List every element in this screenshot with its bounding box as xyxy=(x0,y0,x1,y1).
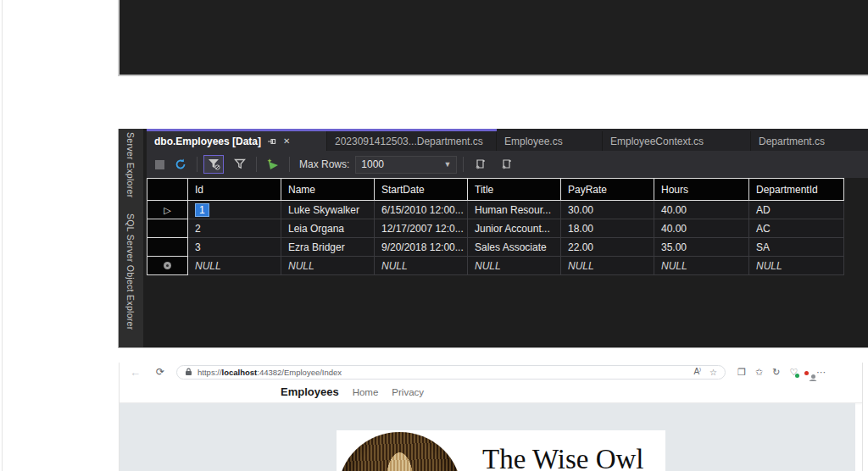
grid-cell[interactable]: NULL xyxy=(188,257,281,275)
red-notification-dot xyxy=(804,371,809,375)
table-row: ▷1Luke Skywalker6/15/2010 12:00...Human … xyxy=(147,201,844,219)
grid-header-row: IdNameStartDateTitlePayRateHoursDepartme… xyxy=(147,179,844,201)
split-screen-icon[interactable]: ❐ xyxy=(737,368,746,377)
vs-tool-sidebar: Server Explorer SQL Server Object Explor… xyxy=(119,129,143,347)
document-tab[interactable]: dbo.Employees [Data]✕ xyxy=(147,131,327,151)
browser-action-icons: ❐ ✩ ↻ ♡ ⋯ xyxy=(737,368,826,377)
reload-icon[interactable]: ⟳ xyxy=(156,368,164,377)
current-row-arrow-icon: ▷ xyxy=(164,205,170,215)
table-row: NULLNULLNULLNULLNULLNULLNULL xyxy=(147,257,844,275)
column-header-id[interactable]: Id xyxy=(188,179,281,201)
column-header-startdate[interactable]: StartDate xyxy=(375,179,468,201)
filter-active-icon[interactable] xyxy=(203,155,224,174)
document-tab[interactable]: 2023091412503...Department.cs xyxy=(327,131,497,151)
script-icon-2[interactable] xyxy=(496,155,516,174)
page-edge-line xyxy=(2,0,3,471)
table-row: 2Leia Organa12/17/2007 12:0...Junior Acc… xyxy=(147,219,844,238)
grid-cell[interactable]: 22.00 xyxy=(561,238,654,257)
content-card: The Wise Owl xyxy=(337,430,665,471)
grid-cell[interactable]: 9/20/2018 12:00... xyxy=(375,238,468,257)
visual-studio-data-window: Server Explorer SQL Server Object Explor… xyxy=(118,129,868,348)
grid-cell[interactable]: Ezra Bridger xyxy=(281,238,375,257)
selected-cell-value: 1 xyxy=(195,203,209,217)
tab-label: dbo.Employees [Data] xyxy=(154,136,261,147)
grid-cell[interactable]: 35.00 xyxy=(654,238,749,257)
favorite-star-icon[interactable]: ☆ xyxy=(709,368,717,377)
script-icon[interactable] xyxy=(470,155,490,174)
document-tab[interactable]: Department.cs xyxy=(751,131,868,151)
grid-cell[interactable]: NULL xyxy=(468,257,561,275)
nav-link-home[interactable]: Home xyxy=(353,387,379,397)
employees-data-grid: IdNameStartDateTitlePayRateHoursDepartme… xyxy=(147,178,844,275)
grid-cell[interactable]: Junior Account... xyxy=(468,219,561,238)
back-icon[interactable]: ← xyxy=(130,368,141,377)
address-bar[interactable]: https://localhost:44382/Employee/Index A… xyxy=(176,365,726,380)
row-selector[interactable] xyxy=(147,238,188,257)
query-results-toolbar: Max Rows: 1000 ▼ xyxy=(147,151,868,178)
grid-cell[interactable]: 12/17/2007 12:0... xyxy=(375,219,468,238)
grid-cell[interactable]: Human Resour... xyxy=(468,201,561,219)
grid-cell[interactable]: 40.00 xyxy=(654,219,749,238)
settings-ellipsis-icon[interactable]: ⋯ xyxy=(816,368,826,377)
grid-cell[interactable]: AD xyxy=(749,201,844,219)
column-header-payrate[interactable]: PayRate xyxy=(561,179,654,201)
close-icon[interactable]: ✕ xyxy=(283,137,290,146)
browser-essentials-icon[interactable]: ♡ xyxy=(789,368,798,377)
new-row-icon xyxy=(164,262,171,269)
sidebar-item-sql-server-object-explorer[interactable]: SQL Server Object Explorer xyxy=(125,213,136,330)
tab-label: 2023091412503...Department.cs xyxy=(335,136,483,147)
stop-icon[interactable] xyxy=(155,160,164,169)
navbar-brand[interactable]: Employees xyxy=(281,385,339,398)
row-selector[interactable]: ▷ xyxy=(147,201,188,219)
grid-cell[interactable]: 6/15/2010 12:00... xyxy=(375,201,468,219)
tab-label: Department.cs xyxy=(759,136,825,147)
url-scheme: https:// xyxy=(198,368,222,377)
history-icon[interactable]: ↻ xyxy=(772,368,780,377)
filter-icon[interactable] xyxy=(230,155,250,174)
browser-toolbar: ← ⟳ https://localhost:44382/Employee/Ind… xyxy=(120,363,862,381)
grid-corner-cell[interactable] xyxy=(147,179,188,201)
sidebar-item-server-explorer[interactable]: Server Explorer xyxy=(125,132,136,197)
document-tab[interactable]: Employee.cs xyxy=(497,131,603,151)
grid-cell[interactable]: 30.00 xyxy=(561,201,654,219)
refresh-icon[interactable] xyxy=(170,155,191,174)
collections-icon[interactable]: ✩ xyxy=(755,368,763,377)
grid-cell[interactable]: SA xyxy=(749,238,844,257)
column-header-name[interactable]: Name xyxy=(281,179,375,201)
toolbar-separator xyxy=(289,157,290,172)
grid-cell[interactable]: Luke Skywalker xyxy=(281,201,375,219)
grid-cell[interactable]: Leia Organa xyxy=(281,219,375,238)
column-header-departmentid[interactable]: DepartmentId xyxy=(749,179,844,201)
row-selector[interactable] xyxy=(147,257,188,275)
tab-label: Employee.cs xyxy=(504,136,563,147)
grid-cell[interactable]: NULL xyxy=(561,257,654,275)
grid-cell[interactable]: NULL xyxy=(654,257,749,275)
grid-cell[interactable]: 40.00 xyxy=(654,201,749,219)
max-rows-label: Max Rows: xyxy=(299,158,349,170)
max-rows-dropdown[interactable]: 1000 ▼ xyxy=(355,156,457,174)
grid-cell[interactable]: 1 xyxy=(188,201,281,219)
grid-cell[interactable]: Sales Associate xyxy=(468,238,561,257)
grid-cell[interactable]: NULL xyxy=(749,257,844,275)
pin-icon[interactable] xyxy=(268,137,276,146)
column-header-hours[interactable]: Hours xyxy=(654,179,749,201)
page-title: The Wise Owl xyxy=(482,444,644,471)
column-header-title[interactable]: Title xyxy=(468,179,561,201)
table-row: 3Ezra Bridger9/20/2018 12:00...Sales Ass… xyxy=(147,238,844,257)
grid-cell[interactable]: 18.00 xyxy=(561,219,654,238)
grid-header: IdNameStartDateTitlePayRateHoursDepartme… xyxy=(147,179,844,201)
toolbar-separator xyxy=(256,157,257,172)
owl-image xyxy=(338,432,461,471)
document-tab[interactable]: EmployeeContext.cs xyxy=(603,131,751,151)
row-selector[interactable] xyxy=(147,219,188,238)
grid-cell[interactable]: NULL xyxy=(375,257,468,275)
chevron-down-icon: ▼ xyxy=(443,160,451,169)
grid-cell[interactable]: 2 xyxy=(188,219,281,238)
run-script-icon[interactable] xyxy=(263,155,283,174)
grid-cell[interactable]: AC xyxy=(749,219,844,238)
site-navbar: Employees HomePrivacy xyxy=(120,381,862,403)
grid-cell[interactable]: NULL xyxy=(281,257,375,275)
grid-cell[interactable]: 3 xyxy=(188,238,281,257)
read-aloud-icon[interactable]: A) xyxy=(693,367,701,376)
nav-link-privacy[interactable]: Privacy xyxy=(392,387,424,397)
